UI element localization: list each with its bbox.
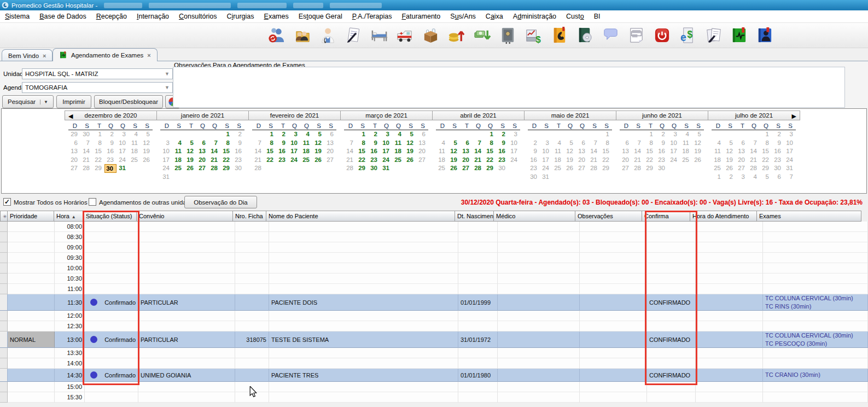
phone-book-icon[interactable] <box>549 25 569 45</box>
calendar-day[interactable]: 27 <box>416 156 428 165</box>
hospital-bed-icon[interactable] <box>369 25 389 45</box>
calendar-day[interactable]: 25 <box>129 156 141 165</box>
calendar-day[interactable]: 12 <box>312 139 324 148</box>
calendar-day[interactable]: 3 <box>508 130 520 139</box>
calendar-day[interactable]: 15 <box>356 147 368 156</box>
calendar-day[interactable]: 22 <box>264 156 276 165</box>
calendar-day[interactable]: 31 <box>540 173 552 182</box>
calendar-day[interactable]: 14 <box>632 147 644 156</box>
calendar-day[interactable]: 9 <box>104 139 116 148</box>
calendar-day[interactable]: 22 <box>760 156 772 165</box>
calendar-day[interactable]: 8 <box>600 139 612 148</box>
calendar-day[interactable]: 23 <box>496 156 508 165</box>
calendar-day[interactable]: 3 <box>116 130 129 139</box>
table-row[interactable]: 11:30ConfirmadoPARTICULARPACIENTE DOIS01… <box>0 294 868 311</box>
calendar-day[interactable]: 25 <box>392 156 404 165</box>
calendar-day[interactable]: 12 <box>141 139 153 148</box>
calendar-day[interactable]: 15 <box>92 147 104 156</box>
calendar-day[interactable]: 21 <box>80 156 92 165</box>
table-row[interactable]: NORMAL13:00ConfirmadoPARTICULAR318075TES… <box>0 332 868 348</box>
calendar-day[interactable]: 30 <box>80 130 92 139</box>
menu-faturamento[interactable]: Faturamento <box>397 13 445 20</box>
calendar-day[interactable]: 9 <box>276 139 288 148</box>
calendar-day[interactable]: 9 <box>496 139 508 148</box>
calendar-day[interactable]: 23 <box>232 156 244 165</box>
calendar-day[interactable]: 18 <box>300 147 312 156</box>
menu-cirurgias[interactable]: Cirurgias <box>222 13 259 20</box>
calendar-day[interactable]: 17 <box>380 147 392 156</box>
calendar-day[interactable]: 13 <box>196 147 208 156</box>
calendar-day[interactable]: 8 <box>760 139 772 148</box>
calendar-day[interactable]: 25 <box>436 164 448 173</box>
calendar-day[interactable]: 20 <box>460 156 472 165</box>
calendar-day[interactable]: 29 <box>356 164 368 173</box>
calendar-day[interactable]: 5 <box>760 173 772 182</box>
calendar-day[interactable]: 18 <box>129 147 141 156</box>
safe-icon[interactable] <box>498 25 518 45</box>
menu-administracao[interactable]: Administração <box>508 13 561 20</box>
calendar-day[interactable]: 7 <box>784 173 796 182</box>
calendar-day[interactable]: 25 <box>172 164 184 173</box>
calendar-day[interactable]: 13 <box>736 147 748 156</box>
calendar-day[interactable]: 26 <box>404 156 416 165</box>
calendar-day[interactable]: 17 <box>508 147 520 156</box>
calendar-day[interactable]: 6 <box>324 130 336 139</box>
bloquear-desbloquear-button[interactable]: Bloquer/Desbloquear <box>94 95 163 108</box>
calendar-day[interactable]: 21 <box>632 156 644 165</box>
calendar-day[interactable]: 3 <box>288 130 300 139</box>
calendar-day[interactable]: 1 <box>264 130 276 139</box>
chevron-down-icon[interactable]: ▼ <box>40 100 48 104</box>
calendar-day[interactable]: 28 <box>588 164 600 173</box>
calendar-day[interactable]: 29 <box>600 164 612 173</box>
calendar-day[interactable]: 24 <box>160 164 172 173</box>
invoice-icon[interactable] <box>626 25 646 45</box>
observacoes-textarea[interactable] <box>173 67 845 108</box>
menu-base-de-dados[interactable]: Base de Dados <box>34 13 91 20</box>
calendar-day[interactable]: 30 <box>232 164 244 173</box>
table-row[interactable]: 15:00 <box>0 382 868 392</box>
calendar-day[interactable]: 1 <box>712 173 724 182</box>
calendar-day[interactable]: 14 <box>588 147 600 156</box>
calendar-day[interactable]: 27 <box>460 164 472 173</box>
calendar-day[interactable]: 26 <box>564 164 576 173</box>
calendar-day[interactable]: 12 <box>184 147 196 156</box>
calendar-day[interactable]: 19 <box>724 156 736 165</box>
calendar-day[interactable]: 10 <box>116 139 129 148</box>
calendar-day[interactable]: 3 <box>784 130 796 139</box>
column-header-nro-ficha[interactable]: Nro. Ficha <box>232 211 266 222</box>
calendar-day[interactable]: 2 <box>368 130 380 139</box>
calendar-day[interactable]: 4 <box>680 130 692 139</box>
menu-consultorios[interactable]: Consultórios <box>174 13 222 20</box>
calendar-day[interactable]: 24 <box>116 156 129 165</box>
calendar-day[interactable]: 5 <box>564 139 576 148</box>
calendar-day[interactable]: 7 <box>344 139 356 148</box>
calendar-day[interactable]: 20 <box>736 156 748 165</box>
calendar-day[interactable]: 2 <box>104 130 116 139</box>
calendar-day[interactable]: 9 <box>528 147 540 156</box>
calendar-day[interactable]: 6 <box>196 139 208 148</box>
calendar-day[interactable]: 21 <box>472 156 484 165</box>
column-header-observacoes[interactable]: Observações <box>575 211 642 222</box>
calendar-day[interactable]: 1 <box>600 130 612 139</box>
stock-box-icon[interactable] <box>421 25 441 45</box>
calendar-day[interactable]: 7 <box>748 139 760 148</box>
calendar-day[interactable]: 14 <box>252 147 264 156</box>
unidade-select[interactable]: HOSPITAL SQL - MATRIZ ▼ <box>22 68 173 79</box>
calendar-day[interactable]: 21 <box>344 156 356 165</box>
table-row[interactable]: 11:00 <box>0 284 868 294</box>
tab-bem-vindo[interactable]: Bem Vindo × <box>2 49 53 61</box>
schedule-book-icon[interactable] <box>729 25 749 45</box>
table-row[interactable]: 09:30 <box>0 253 868 263</box>
calendar-day[interactable]: 31 <box>116 164 129 173</box>
calendar-day[interactable]: 23 <box>656 156 668 165</box>
calendar-day[interactable]: 6 <box>736 139 748 148</box>
prescription-icon[interactable] <box>343 25 364 45</box>
calendar-day[interactable]: 30 <box>528 173 540 182</box>
calendar-day[interactable]: 4 <box>436 139 448 148</box>
calendar-day[interactable]: 1 <box>220 130 232 139</box>
calendar-day[interactable]: 31 <box>784 164 796 173</box>
calendar-day[interactable]: 29 <box>220 164 232 173</box>
calendar-day[interactable]: 3 <box>380 130 392 139</box>
calendar-day[interactable]: 17 <box>288 147 300 156</box>
calendar-day[interactable]: 22 <box>92 156 104 165</box>
